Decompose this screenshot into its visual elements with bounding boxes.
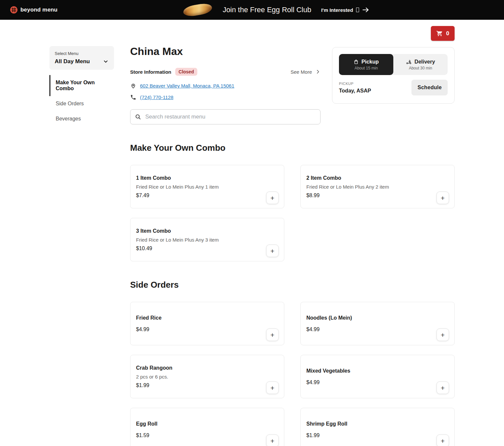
menu-item-price: $4.99 <box>306 327 449 332</box>
menu-item-price: $4.99 <box>306 380 449 385</box>
menu-select-value: All Day Menu <box>55 58 90 65</box>
menu-item-price: $1.99 <box>306 433 449 438</box>
menu-item-name: Fried Rice <box>136 315 278 321</box>
menu-item-card[interactable]: Noodles (Lo Mein)$4.99+ <box>300 302 455 345</box>
pickup-eta: About 15 min <box>354 66 378 70</box>
add-item-button[interactable]: + <box>266 245 279 257</box>
store-info-block: China Max Store Information Closed See M… <box>130 45 321 124</box>
menu-item-card[interactable]: Fried Rice$4.99+ <box>130 302 284 345</box>
status-badge: Closed <box>175 68 197 76</box>
menu-item-description: Fried Rice or Lo Mein Plus Any 1 item <box>136 184 278 190</box>
main-content: China Max Store Information Closed See M… <box>130 45 455 446</box>
menu-item-name: 3 Item Combo <box>136 228 278 234</box>
menu-item-card[interactable]: Egg Roll$1.59+ <box>130 408 284 446</box>
store-phone-link[interactable]: (724) 770-1128 <box>140 94 173 100</box>
menu-item-price: $1.59 <box>136 433 278 438</box>
menu-item-name: Crab Rangoon <box>136 365 278 371</box>
menu-item-description: Fried Rice or Lo Mein Plus Any 3 item <box>136 237 278 243</box>
menu-item-card[interactable]: Shrimp Egg Roll$1.99+ <box>300 408 455 446</box>
chevron-down-icon <box>103 59 109 65</box>
section-title: Side Orders <box>130 280 455 290</box>
see-more-label: See More <box>291 69 312 75</box>
store-information-label: Store Information <box>130 69 171 75</box>
menu-item-price: $10.49 <box>136 246 278 251</box>
section-title: Make Your Own Combo <box>130 143 455 153</box>
pickup-tab[interactable]: Pickup About 15 min <box>339 54 393 75</box>
promo-title: Join the Free Egg Roll Club <box>223 6 311 14</box>
promo-topbar: beyond menu Join the Free Egg Roll Club … <box>0 0 504 20</box>
add-item-button[interactable]: + <box>266 192 279 204</box>
im-interested-label: I'm Interested <box>321 7 353 13</box>
menu-item-name: Egg Roll <box>136 421 278 427</box>
menu-section: Side OrdersFried Rice$4.99+Noodles (Lo M… <box>130 280 455 446</box>
add-item-button[interactable]: + <box>436 328 449 341</box>
menu-item-card[interactable]: Crab Rangoon2 pcs or 6 pcs.$1.99+ <box>130 355 284 398</box>
egg-roll-club-promo: Join the Free Egg Roll Club I'm Interest… <box>182 3 369 17</box>
menu-items-grid: Fried Rice$4.99+Noodles (Lo Mein)$4.99+C… <box>130 302 455 446</box>
shopping-cart-icon <box>436 30 443 37</box>
pickup-schedule-summary: PICKUP Today, ASAP <box>339 82 371 94</box>
search-input[interactable] <box>145 113 316 120</box>
pickup-time: Today, ASAP <box>339 88 371 94</box>
beyond-menu-logo-text: beyond menu <box>20 7 58 13</box>
menu-item-price: $1.99 <box>136 382 278 388</box>
sidebar-item-make-your-own-combo[interactable]: Make Your Own Combo <box>49 75 114 96</box>
pickup-label: Pickup <box>361 59 378 65</box>
search-icon <box>135 114 141 120</box>
add-item-button[interactable]: + <box>266 381 279 394</box>
add-item-button[interactable]: + <box>436 192 449 204</box>
add-item-button[interactable]: + <box>436 381 449 394</box>
menu-item-card[interactable]: 1 Item ComboFried Rice or Lo Mein Plus A… <box>130 165 284 208</box>
sidebar-item-side-orders[interactable]: Side Orders <box>49 96 114 111</box>
beyond-menu-logo[interactable]: beyond menu <box>10 6 58 14</box>
menu-item-name: Mixed Vegetables <box>306 368 449 374</box>
see-more-button[interactable]: See More <box>291 69 321 75</box>
menu-section-nav: Make Your Own Combo Side Orders Beverage… <box>49 75 114 126</box>
menu-item-price: $8.99 <box>306 193 449 198</box>
scooter-icon <box>406 59 412 65</box>
delivery-eta: About 30 min <box>409 66 432 70</box>
menu-item-card[interactable]: Mixed Vegetables$4.99+ <box>300 355 455 398</box>
menu-item-price: $4.99 <box>136 327 278 332</box>
sidebar-item-beverages[interactable]: Beverages <box>49 111 114 126</box>
page-layout: Select Menu All Day Menu Make Your Own C… <box>0 20 504 446</box>
menu-item-name: Shrimp Egg Roll <box>306 421 449 427</box>
menu-item-card[interactable]: 3 Item ComboFried Rice or Lo Mein Plus A… <box>130 218 284 261</box>
pickup-caption: PICKUP <box>339 82 371 86</box>
menu-select-label: Select Menu <box>55 51 109 56</box>
add-item-button[interactable]: + <box>266 434 279 446</box>
menu-item-name: 1 Item Combo <box>136 175 278 181</box>
menu-sidebar: Select Menu All Day Menu Make Your Own C… <box>49 46 114 446</box>
add-item-button[interactable]: + <box>436 434 449 446</box>
delivery-tab[interactable]: Delivery About 30 min <box>393 54 448 75</box>
arrow-right-icon <box>362 6 369 13</box>
chevron-right-icon <box>315 69 321 74</box>
delivery-label: Delivery <box>414 59 435 65</box>
schedule-button[interactable]: Schedule <box>411 80 448 95</box>
menu-item-name: 2 Item Combo <box>306 175 449 181</box>
page-title: China Max <box>130 45 321 58</box>
menu-section: Make Your Own Combo1 Item ComboFried Ric… <box>130 143 455 261</box>
menu-select[interactable]: Select Menu All Day Menu <box>49 46 114 70</box>
beyond-menu-logo-icon <box>10 6 18 14</box>
location-pin-icon <box>130 83 136 89</box>
menu-item-description: 2 pcs or 6 pcs. <box>136 374 278 380</box>
menu-item-description: Fried Rice or Lo Mein Plus Any 2 item <box>306 184 449 190</box>
menu-item-price: $7.49 <box>136 193 278 198</box>
menu-item-name: Noodles (Lo Mein) <box>306 315 449 321</box>
menu-sections: Make Your Own Combo1 Item ComboFried Ric… <box>130 143 455 446</box>
cart-count: 0 <box>446 30 449 37</box>
fulfillment-card: Pickup About 15 min <box>332 47 455 104</box>
cart-button[interactable]: 0 <box>431 26 455 41</box>
menu-item-card[interactable]: 2 Item ComboFried Rice or Lo Mein Plus A… <box>300 165 455 208</box>
menu-items-grid: 1 Item ComboFried Rice or Lo Mein Plus A… <box>130 165 455 261</box>
im-interested-button[interactable]: I'm Interested <box>321 6 369 13</box>
egg-roll-photo <box>182 3 213 17</box>
party-emoji-placeholder <box>356 8 359 12</box>
store-address-link[interactable]: 602 Beaver Valley Mall, Monaca, PA 15061 <box>140 83 234 89</box>
fulfillment-toggle: Pickup About 15 min <box>339 54 448 75</box>
phone-icon <box>130 94 136 100</box>
menu-search <box>130 109 321 124</box>
shopping-bag-icon <box>353 59 359 65</box>
add-item-button[interactable]: + <box>266 328 279 341</box>
